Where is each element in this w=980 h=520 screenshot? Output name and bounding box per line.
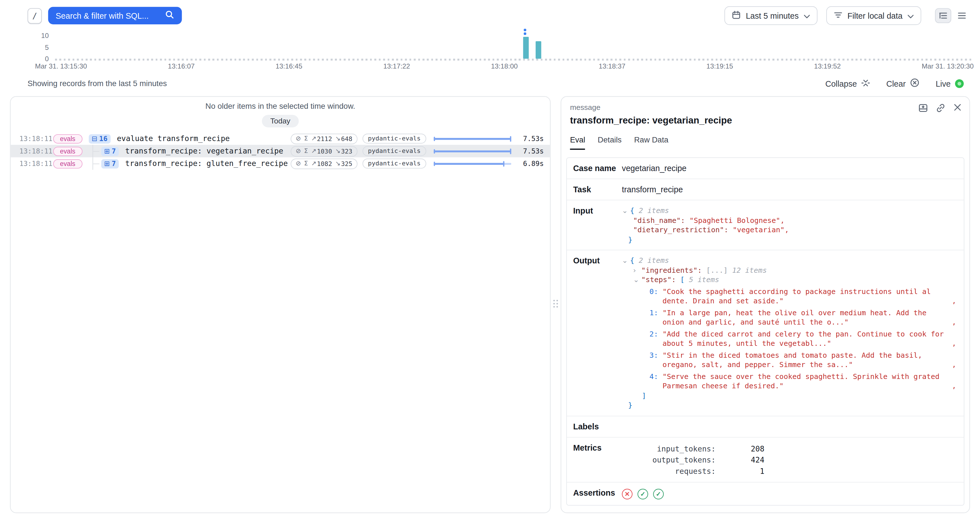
tree-view-toggle[interactable] xyxy=(935,8,951,23)
collapse-button[interactable]: Collapse xyxy=(825,78,870,89)
json-index: 4: xyxy=(647,372,658,391)
assertion-pass-icon[interactable]: ✓ xyxy=(638,488,648,499)
tab-eval[interactable]: Eval xyxy=(570,135,585,150)
tab-details[interactable]: Details xyxy=(598,135,622,150)
json-item-count: 2 items xyxy=(639,256,669,265)
output-tokens-metric: ↘ 325 xyxy=(335,160,352,167)
json-close-brace: } xyxy=(628,235,632,244)
sigma-icon: Σ xyxy=(304,135,308,142)
slash-shortcut-key[interactable]: / xyxy=(27,8,42,24)
json-string-value: "Stir in the diced tomatoes and tomato p… xyxy=(662,350,950,370)
filter-local-data-dropdown[interactable]: Filter local data xyxy=(826,6,921,25)
assertion-fail-icon[interactable]: ✕ xyxy=(622,488,632,499)
detail-header: message transform_recipe: vegetarian_rec… xyxy=(561,97,969,125)
tree-guide-line xyxy=(92,157,101,170)
json-string-value: "Add the diced carrot and celery to the … xyxy=(662,330,950,349)
caret-down-icon[interactable]: ⌄ xyxy=(622,256,630,266)
x-axis-tick: 13:18:00 xyxy=(491,62,517,70)
detail-row-labels: Labels xyxy=(567,416,964,437)
json-key: "ingredients": xyxy=(641,266,706,274)
trace-row-vegetarian-recipe[interactable]: 13:18:11 evals ⊞ 7 transform_recipe: veg… xyxy=(11,145,550,157)
evals-tag-badge: evals xyxy=(53,146,82,156)
timeline-chart[interactable]: 10 5 0 Mar 31. 13:15:30 13:16:07 13:16:4… xyxy=(0,31,980,71)
caret-down-icon[interactable]: ⌄ xyxy=(622,206,630,216)
json-comma: , xyxy=(780,216,784,225)
calendar-icon xyxy=(732,10,741,21)
json-string-value: "vegetarian" xyxy=(733,225,784,234)
close-icon[interactable] xyxy=(953,103,962,113)
collapse-box-icon: ⊟ xyxy=(92,135,97,142)
trace-row-gluten-free-recipe[interactable]: 13:18:11 evals ⊞ 7 transform_recipe: glu… xyxy=(11,157,550,170)
live-status-icon xyxy=(955,79,964,88)
duration-text: 6.89s xyxy=(517,159,544,168)
span-name: transform_recipe: vegetarian_recipe xyxy=(125,147,283,155)
labels-label: Labels xyxy=(567,416,622,437)
filter-local-label: Filter local data xyxy=(847,11,902,21)
main-area: No older items in the selected time wind… xyxy=(0,96,980,513)
metric-output-tokens: output_tokens: 424 xyxy=(622,454,956,465)
sql-search-button[interactable]: Search & filter with SQL... xyxy=(48,7,182,24)
metric-name: requests: xyxy=(622,465,716,477)
metric-name: output_tokens: xyxy=(622,454,716,465)
expand-toggle[interactable]: ⊞ 7 xyxy=(101,146,119,156)
assertions-label: Assertions xyxy=(567,482,622,505)
output-tokens-metric: ↘ 648 xyxy=(335,135,352,142)
input-tokens-value: 1030 xyxy=(317,147,332,154)
json-array-item: 4:"Serve the sauce over the cooked spagh… xyxy=(622,372,956,391)
json-item-count: 12 items xyxy=(732,266,767,274)
detail-panel: message transform_recipe: vegetarian_rec… xyxy=(561,96,970,513)
expand-toggle[interactable]: ⊟ 16 xyxy=(89,134,111,143)
caret-down-icon[interactable]: ⌄ xyxy=(633,275,641,285)
arrow-up-right-icon: ↗ xyxy=(311,160,316,166)
clear-button[interactable]: Clear xyxy=(886,78,920,89)
span-name: evaluate transform_recipe xyxy=(117,134,230,143)
assertion-pass-icon[interactable]: ✓ xyxy=(653,488,663,499)
json-item-count: 5 items xyxy=(689,275,719,284)
json-string-value: "Serve the sauce over the cooked spaghet… xyxy=(662,372,950,391)
task-value: transform_recipe xyxy=(622,179,964,200)
evals-tag-badge: evals xyxy=(53,134,82,143)
x-axis-tick: Mar 31. 13:20:30 xyxy=(921,62,974,70)
json-index: 3: xyxy=(647,350,658,370)
link-icon[interactable] xyxy=(936,103,946,113)
caret-right-icon[interactable]: › xyxy=(633,266,641,275)
json-comma: , xyxy=(952,382,956,391)
dock-panel-icon[interactable] xyxy=(918,103,928,113)
collapse-icon xyxy=(861,78,870,89)
input-json-viewer: ⌄{2 items "dish_name": "Spaghetti Bologn… xyxy=(622,206,956,245)
tab-raw-data[interactable]: Raw Data xyxy=(634,135,668,150)
json-string-value: "Cook the spaghetti according to package… xyxy=(662,287,950,306)
live-button[interactable]: Live xyxy=(936,79,964,88)
json-key: "dietary_restriction": xyxy=(633,225,733,234)
day-separator-pill: Today xyxy=(262,115,299,127)
trace-row-evaluate-transform-recipe[interactable]: 13:18:11 evals ⊟ 16 evaluate transform_r… xyxy=(11,132,550,145)
output-tokens-value: 648 xyxy=(341,135,352,142)
token-metrics-pill: ⊘ Σ ↗ 2112 ↘ 648 xyxy=(291,133,357,144)
time-range-dropdown[interactable]: Last 5 minutes xyxy=(724,6,817,25)
metric-input-tokens: input_tokens: 208 xyxy=(622,443,956,454)
json-collapsed-preview: [...] xyxy=(706,266,728,274)
expand-toggle[interactable]: ⊞ 7 xyxy=(101,159,119,168)
labels-value xyxy=(622,416,964,437)
metric-value: 208 xyxy=(716,443,765,454)
json-close-brace: } xyxy=(628,401,632,409)
json-comma: , xyxy=(952,296,956,306)
child-span-count: 7 xyxy=(112,159,116,168)
output-tokens-value: 323 xyxy=(341,147,352,154)
json-comma: , xyxy=(952,318,956,327)
metric-value: 424 xyxy=(716,454,765,465)
expand-box-icon: ⊞ xyxy=(104,147,110,154)
y-axis-tick: 5 xyxy=(34,44,49,51)
record-kind-label: message xyxy=(570,103,961,112)
x-axis-tick: Mar 31. 13:15:30 xyxy=(35,62,87,70)
child-span-count: 16 xyxy=(99,135,107,143)
circle-slash-icon: ⊘ xyxy=(296,135,301,142)
view-toggle-group xyxy=(935,8,970,23)
arrow-down-right-icon: ↘ xyxy=(335,148,340,154)
assertions-value: ✕ ✓ ✓ xyxy=(622,482,964,505)
panel-resize-handle[interactable] xyxy=(552,299,558,309)
status-bar: Showing records from the last 5 minutes … xyxy=(0,71,980,96)
list-view-toggle[interactable] xyxy=(954,8,970,23)
clear-label: Clear xyxy=(886,79,906,88)
json-string-value: "In a large pan, heat the olive oil over… xyxy=(662,308,950,327)
